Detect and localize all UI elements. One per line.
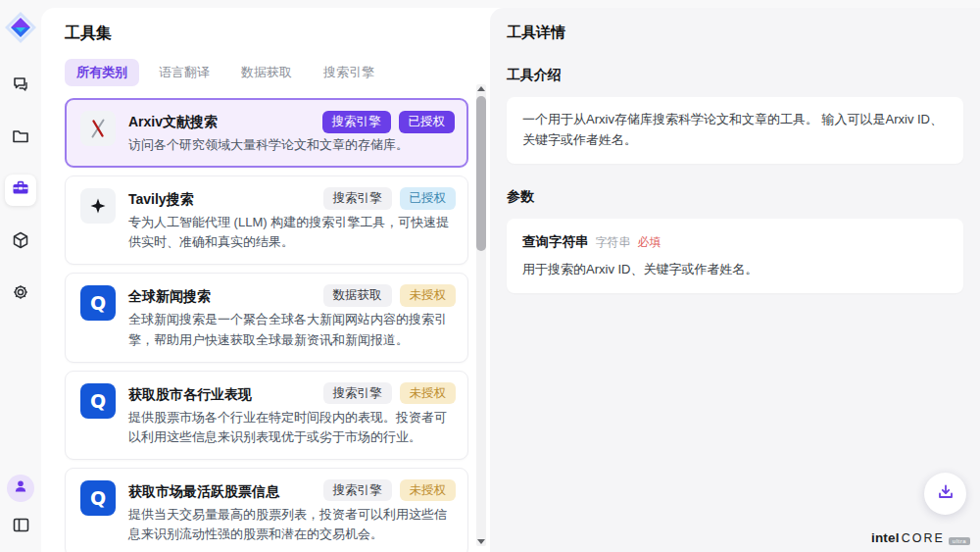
- params-heading: 参数: [507, 188, 963, 206]
- cube-icon: [11, 230, 30, 254]
- toolbox-nav-button[interactable]: [5, 175, 36, 206]
- param-name: 查询字符串: [522, 231, 589, 253]
- download-icon: [936, 482, 956, 506]
- arxiv-icon: [80, 111, 116, 146]
- tab-all-categories[interactable]: 所有类别: [65, 59, 139, 86]
- param-desc: 用于搜索的Arxiv ID、关键字或作者姓名。: [522, 260, 948, 280]
- category-badge: 数据获取: [323, 284, 392, 307]
- tool-desc: 提供股票市场各个行业在特定时间段内的表现。投资者可以利用这些信息来识别表现优于或…: [128, 408, 453, 447]
- param-type: 字符串: [596, 233, 631, 252]
- auth-status-badge: 未授权: [400, 479, 457, 502]
- auth-status-badge: 已授权: [399, 111, 456, 133]
- tool-desc: 专为人工智能代理 (LLM) 构建的搜索引擎工具，可快速提供实时、准确和真实的结…: [128, 213, 453, 252]
- collapse-sidebar-button[interactable]: [9, 515, 32, 538]
- chat-nav-button[interactable]: [5, 71, 36, 102]
- category-tabs: 所有类别 语言翻译 数据获取 搜索引擎: [65, 59, 468, 86]
- tab-search-engine[interactable]: 搜索引擎: [312, 59, 386, 86]
- auth-status-badge: 未授权: [400, 284, 457, 307]
- settings-nav-button[interactable]: [5, 278, 36, 310]
- tool-card-tavily[interactable]: Tavily搜索 专为人工智能代理 (LLM) 构建的搜索引擎工具，可快速提供实…: [65, 176, 468, 265]
- param-card: 查询字符串 字符串 必填 用于搜索的Arxiv ID、关键字或作者姓名。: [507, 219, 963, 293]
- user-avatar[interactable]: [7, 475, 34, 502]
- gear-icon: [11, 282, 30, 306]
- intro-text: 一个用于从Arxiv存储库搜索科学论文和文章的工具。 输入可以是Arxiv ID…: [522, 112, 943, 147]
- tavily-star-icon: [80, 188, 116, 224]
- chat-icon: [11, 75, 30, 98]
- user-avatar-icon: [13, 478, 28, 498]
- tool-card-sector-performance[interactable]: Q 获取股市各行业表现 提供股票市场各个行业在特定时间段内的表现。投资者可以利用…: [65, 371, 468, 460]
- auth-status-badge: 已授权: [400, 187, 457, 210]
- tool-card-arxiv[interactable]: Arxiv文献搜索 访问各个研究领域大量科学论文和文章的存储库。 搜索引擎 已授…: [65, 98, 468, 168]
- core-wordmark: core: [902, 531, 945, 545]
- main-sheet: 工具集 所有类别 语言翻译 数据获取 搜索引擎 A: [41, 8, 980, 552]
- ultra-badge: ultra: [949, 537, 970, 545]
- app-window: 工具集 所有类别 语言翻译 数据获取 搜索引擎 A: [0, 0, 980, 552]
- collapse-panel-icon: [12, 516, 30, 538]
- tool-details-panel: 工具详情 工具介绍 一个用于从Arxiv存储库搜索科学论文和文章的工具。 输入可…: [490, 8, 980, 552]
- scroll-down-arrow-icon[interactable]: [477, 539, 485, 544]
- app-logo: [3, 10, 38, 45]
- auth-status-badge: 未授权: [400, 382, 457, 405]
- tool-card-active-stocks[interactable]: Q 获取市场最活跃股票信息 提供当天交易量最高的股票列表，投资者可以利用这些信息…: [65, 468, 468, 552]
- rail-bottom: [7, 475, 34, 538]
- rail-nav: [5, 71, 36, 310]
- download-button[interactable]: [924, 473, 966, 515]
- folder-icon: [11, 126, 30, 150]
- tool-desc: 全球新闻搜索是一个聚合全球各大新闻网站内容的搜索引擎，帮助用户快速获取全球最新资…: [128, 310, 453, 349]
- tool-desc: 访问各个研究领域大量科学论文和文章的存储库。: [128, 135, 453, 155]
- category-badge: 搜索引擎: [322, 111, 391, 133]
- list-scrollbar[interactable]: [476, 84, 486, 546]
- param-required-flag: 必填: [638, 233, 662, 252]
- category-badge: 搜索引擎: [323, 382, 392, 405]
- intel-core-logo: intel core ultra: [871, 530, 970, 545]
- juhe-q-icon: Q: [80, 285, 116, 321]
- icon-rail: [0, 0, 41, 552]
- scroll-up-arrow-icon[interactable]: [477, 86, 485, 91]
- intel-wordmark: intel: [871, 530, 900, 545]
- details-title: 工具详情: [507, 24, 963, 42]
- scrollbar-thumb[interactable]: [476, 96, 486, 251]
- juhe-q-icon: Q: [80, 480, 116, 516]
- category-badge: 搜索引擎: [323, 187, 392, 210]
- toolset-panel: 工具集 所有类别 语言翻译 数据获取 搜索引擎 A: [41, 8, 490, 552]
- category-badge: 搜索引擎: [323, 479, 392, 502]
- tab-language-translation[interactable]: 语言翻译: [147, 59, 221, 86]
- intro-heading: 工具介绍: [507, 67, 963, 84]
- tool-list: Arxiv文献搜索 访问各个研究领域大量科学论文和文章的存储库。 搜索引擎 已授…: [65, 98, 468, 552]
- intro-card: 一个用于从Arxiv存储库搜索科学论文和文章的工具。 输入可以是Arxiv ID…: [507, 97, 963, 164]
- tab-data-acquisition[interactable]: 数据获取: [229, 59, 304, 86]
- packages-nav-button[interactable]: [5, 226, 36, 258]
- files-nav-button[interactable]: [5, 123, 36, 154]
- toolbox-icon: [11, 178, 30, 202]
- tool-card-global-news[interactable]: Q 全球新闻搜索 全球新闻搜索是一个聚合全球各大新闻网站内容的搜索引擎，帮助用户…: [65, 273, 468, 362]
- tool-desc: 提供当天交易量最高的股票列表，投资者可以利用这些信息来识别流动性强的股票和潜在的…: [128, 505, 453, 544]
- juhe-q-icon: Q: [80, 383, 116, 419]
- toolset-title: 工具集: [65, 24, 468, 44]
